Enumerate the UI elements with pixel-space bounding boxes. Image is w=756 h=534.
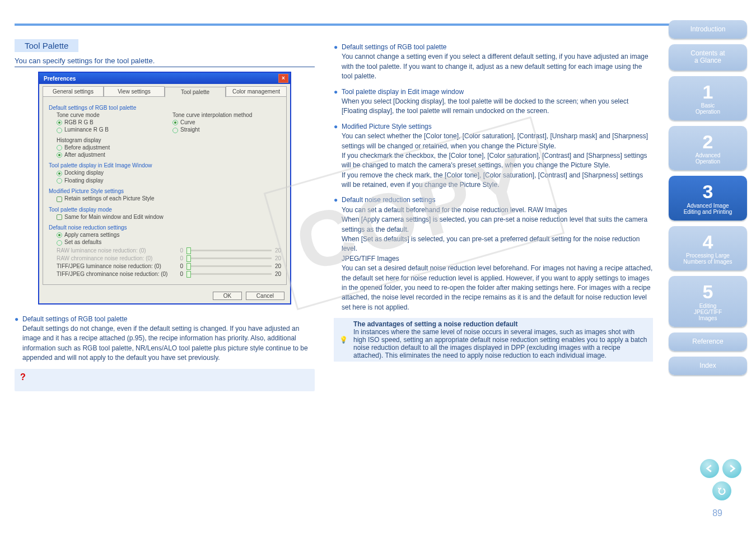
check-retain-ps-label: Retain settings of each Picture Style (64, 195, 155, 202)
radio-straight[interactable] (172, 128, 178, 133)
para-h4: Default noise reduction settings (342, 196, 435, 204)
sidebar-item-chapter3[interactable]: 3Advanced Image Editing and Printing (669, 176, 747, 220)
page-number: 89 (712, 508, 722, 518)
slider-tiffjpeg-luminance[interactable]: TIFF/JPEG luminance noise reduction: (0)… (57, 263, 281, 269)
check-retain-ps[interactable] (57, 196, 62, 202)
sidebar-item-index[interactable]: Index (669, 357, 747, 375)
sidebar-item-chapter5[interactable]: 5Editing JPEG/TIFF Images (669, 276, 747, 326)
para-p4b: When [Set as defaults] is selected, you … (342, 235, 640, 252)
slider-knob[interactable] (186, 271, 191, 278)
radio-after-adj-label: After adjustment (64, 152, 105, 158)
radio-after-adj[interactable] (57, 152, 62, 158)
left-para-body: Default settings do not change, even if … (22, 325, 308, 362)
group-palette-display: Tool palette display in Edit Image Windo… (49, 162, 281, 168)
sidebar-item-chapter2[interactable]: 2Advanced Operation (669, 126, 747, 170)
dialog-titlebar: Preferences × (39, 73, 290, 84)
tone-interp-label: Tone curve interpolation method (172, 112, 281, 118)
close-icon[interactable]: × (278, 74, 288, 83)
bullet-icon: ● (334, 122, 342, 190)
slider-knob[interactable] (186, 263, 191, 270)
radio-docking[interactable] (57, 171, 62, 176)
sidebar-item-contents[interactable]: Contents at a Glance (669, 44, 747, 70)
radio-rgb-rgb-label: RGB R G B (64, 119, 94, 125)
slider-tiffjpeg-chrominance[interactable]: TIFF/JPEG chrominance noise reduction: (… (57, 271, 281, 277)
page-nav-arrows (700, 459, 741, 478)
para-p4a: When [Apply camera settings] is selected… (342, 216, 647, 233)
radio-apply-camera-label: Apply camera settings (64, 232, 119, 238)
tab-view-settings[interactable]: View settings (104, 86, 165, 97)
tab-color-management[interactable]: Color management (226, 86, 287, 97)
histogram-label: Histogram display (57, 137, 281, 143)
tips-body: In instances where the same level of noi… (353, 328, 647, 359)
dialog-tabs: General settings View settings Tool pale… (43, 86, 287, 97)
slider-raw-chrominance: RAW chrominance noise reduction: (0) 0 2… (57, 255, 281, 261)
check-same-main-edit[interactable] (57, 214, 62, 220)
bullet-icon: ● (15, 315, 22, 363)
tips-title: The advantages of setting a noise reduct… (353, 320, 517, 328)
slider-knob (186, 255, 191, 262)
radio-docking-label: Docking display (64, 170, 104, 176)
section-title-tab: Tool Palette (15, 39, 78, 52)
tab-general-settings[interactable]: General settings (43, 86, 104, 97)
radio-curve-label: Curve (180, 119, 195, 125)
radio-straight-label: Straight (180, 127, 199, 133)
preferences-dialog: Preferences × General settings View sett… (38, 72, 291, 305)
para-p3: You can select whether the [Color tone],… (342, 132, 648, 149)
radio-floating-label: Floating display (64, 177, 103, 184)
radio-floating[interactable] (57, 178, 62, 184)
sidebar-item-chapter1[interactable]: 1Basic Operation (669, 76, 747, 120)
bullet-icon: ● (334, 87, 342, 116)
ok-button[interactable]: OK (213, 292, 242, 300)
return-button[interactable] (712, 481, 731, 500)
section-subhead: You can specify settings for the tool pa… (15, 52, 315, 67)
group-rgb-defaults: Default settings of RGB tool palette (49, 105, 281, 111)
group-default-nr: Default noise reduction settings (49, 224, 281, 231)
bullet-icon: ● (334, 43, 342, 82)
radio-apply-camera[interactable] (57, 232, 62, 238)
left-para-head: Default settings of RGB tool palette (22, 315, 127, 323)
radio-luminance-rgb-label: Luminance R G B (64, 127, 109, 133)
left-column: Tool Palette You can specify settings fo… (15, 39, 328, 397)
bullet-icon: ● (334, 195, 342, 312)
radio-set-defaults-label: Set as defaults (64, 239, 101, 245)
group-palette-mode: Tool palette display mode (49, 207, 281, 213)
group-mod-picture-style: Modified Picture Style settings (49, 188, 281, 194)
para-p4c: JPEG/TIFF Images (342, 255, 399, 263)
para-p2: When you select [Docking display], the t… (342, 97, 628, 115)
dialog-title: Preferences (44, 76, 76, 82)
prev-page-button[interactable] (700, 459, 719, 478)
tone-curve-mode-label: Tone curve mode (57, 112, 165, 118)
sidebar-item-chapter4[interactable]: 4Processing Large Numbers of Images (669, 226, 747, 270)
sidebar-item-introduction[interactable]: Introduction (669, 20, 747, 39)
para-p4: You can set a default beforehand for the… (342, 206, 567, 214)
sidebar-nav: Introduction Contents at a Glance 1Basic… (669, 20, 747, 375)
slider-knob (186, 247, 191, 254)
radio-luminance-rgb[interactable] (57, 128, 62, 133)
para-p4d: You can set a desired default noise redu… (342, 264, 652, 311)
para-p1: You cannot change a setting even if you … (342, 53, 648, 80)
para-h2: Tool palette display in Edit image windo… (342, 88, 464, 96)
check-same-main-edit-label: Same for Main window and Edit window (64, 214, 164, 220)
tips-callout: 💡 The advantages of setting a noise redu… (334, 318, 653, 362)
page-top-rule (15, 24, 741, 26)
tab-tool-palette[interactable]: Tool palette (165, 87, 226, 97)
para-h1: Default settings of RGB tool palette (342, 43, 446, 51)
radio-curve[interactable] (172, 120, 178, 125)
slider-raw-luminance: RAW luminance noise reduction: (0) 0 20 (57, 247, 281, 254)
next-page-button[interactable] (722, 459, 741, 478)
cancel-button[interactable]: Cancel (246, 292, 284, 300)
radio-rgb-rgb[interactable] (57, 120, 62, 125)
para-h3: Modified Picture Style settings (342, 123, 432, 130)
radio-set-defaults[interactable] (57, 240, 62, 246)
lightbulb-icon: 💡 (339, 336, 348, 344)
radio-before-adj-label: Before adjustment (64, 144, 110, 151)
sidebar-item-reference[interactable]: Reference (669, 332, 747, 351)
radio-before-adj[interactable] (57, 145, 62, 151)
para-p3b: If you checkmark the checkbox, the [Colo… (342, 152, 647, 169)
right-column: ● Default settings of RGB tool paletteYo… (328, 39, 653, 397)
help-callout: ? If the camera is equipped with a noise… (15, 369, 315, 391)
para-p3c: If you remove the check mark, the [Color… (342, 171, 643, 189)
dialog-panel: Default settings of RGB tool palette Ton… (43, 97, 287, 285)
help-icon: ? (20, 372, 26, 382)
